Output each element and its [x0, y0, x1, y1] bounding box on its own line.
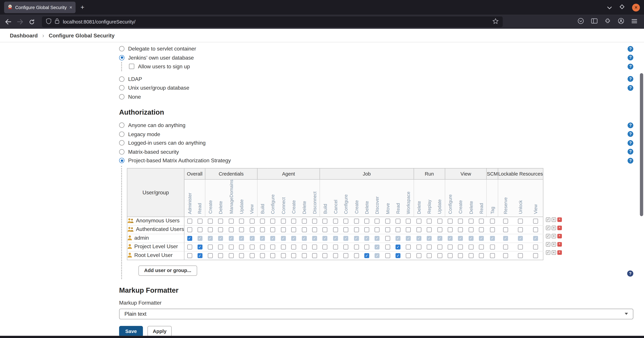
permission-checkbox[interactable] [322, 227, 327, 232]
help-icon[interactable]: ? [628, 55, 633, 60]
permission-checkbox[interactable] [250, 218, 254, 223]
radio-unselected-icon[interactable] [119, 131, 124, 137]
row-uncheck-all-icon[interactable]: × [552, 234, 556, 238]
permission-checkbox-implied[interactable]: ✓ [533, 236, 538, 240]
permission-checkbox-implied[interactable]: ✓ [291, 236, 296, 240]
permission-checkbox[interactable] [270, 227, 275, 232]
permission-checkbox[interactable] [291, 244, 296, 249]
permission-checkbox[interactable] [458, 218, 463, 223]
help-icon[interactable]: ? [628, 46, 633, 52]
permission-checkbox[interactable] [333, 218, 338, 223]
permission-checkbox[interactable] [385, 218, 390, 223]
authorization-option[interactable]: Logged-in users can do anything? [119, 138, 633, 147]
permission-checkbox[interactable] [468, 244, 474, 249]
permission-checkbox[interactable] [416, 253, 421, 258]
permission-checkbox-implied[interactable]: ✓ [375, 253, 380, 258]
permission-checkbox-checked[interactable]: ✓ [198, 244, 202, 249]
row-uncheck-all-icon[interactable]: × [552, 242, 556, 246]
permission-checkbox[interactable] [281, 227, 286, 232]
permission-checkbox[interactable] [458, 227, 463, 232]
permission-checkbox[interactable] [406, 218, 411, 223]
row-check-all-icon[interactable]: ✓ [546, 225, 550, 230]
permission-checkbox[interactable] [385, 227, 390, 232]
radio-unselected-icon[interactable] [119, 140, 124, 146]
permission-checkbox[interactable] [229, 218, 234, 223]
authorization-option[interactable]: Anyone can do anything? [119, 121, 633, 130]
permission-checkbox[interactable] [385, 253, 390, 258]
permission-checkbox[interactable] [281, 244, 286, 249]
authorization-option[interactable]: Matrix-based security? [119, 147, 633, 156]
permission-checkbox[interactable] [437, 227, 442, 232]
permission-checkbox[interactable] [218, 218, 223, 223]
permission-checkbox[interactable] [448, 227, 452, 232]
permission-checkbox[interactable] [281, 218, 286, 223]
permission-checkbox-implied[interactable]: ✓ [354, 236, 359, 240]
permission-checkbox[interactable] [458, 244, 463, 249]
permission-checkbox[interactable] [503, 227, 508, 232]
permission-checkbox[interactable] [427, 218, 432, 223]
permission-checkbox[interactable] [344, 244, 348, 249]
permission-checkbox[interactable] [291, 227, 296, 232]
permission-checkbox[interactable] [364, 244, 369, 249]
permission-checkbox-implied[interactable]: ✓ [396, 236, 400, 240]
maximize-icon[interactable] [619, 4, 625, 11]
permission-checkbox[interactable] [218, 227, 223, 232]
back-icon[interactable] [5, 19, 12, 25]
permission-checkbox-implied[interactable]: ✓ [427, 236, 432, 240]
permission-checkbox[interactable] [354, 244, 359, 249]
permission-checkbox[interactable] [229, 253, 234, 258]
permission-checkbox[interactable] [344, 253, 348, 258]
permission-checkbox[interactable] [322, 218, 327, 223]
permission-checkbox[interactable] [375, 227, 380, 232]
reload-icon[interactable] [29, 19, 35, 25]
permission-checkbox[interactable] [198, 227, 202, 232]
permission-checkbox[interactable] [458, 253, 463, 258]
permission-checkbox[interactable] [533, 253, 538, 258]
permission-checkbox[interactable] [218, 253, 223, 258]
url-text[interactable]: localhost:8081/configureSecurity/ [63, 19, 489, 25]
lock-icon[interactable] [55, 18, 60, 26]
permission-checkbox[interactable] [312, 244, 317, 249]
permission-checkbox[interactable] [364, 218, 369, 223]
permission-checkbox[interactable] [270, 244, 275, 249]
permission-checkbox-implied[interactable]: ✓ [375, 244, 380, 249]
permission-checkbox[interactable] [437, 218, 442, 223]
permission-checkbox-implied[interactable]: ✓ [322, 236, 327, 240]
row-uncheck-all-icon[interactable]: × [552, 217, 556, 222]
permission-checkbox-implied[interactable]: ✓ [239, 236, 244, 240]
permission-checkbox[interactable] [437, 244, 442, 249]
radio-unselected-icon[interactable] [119, 46, 124, 52]
scrollbar[interactable] [640, 73, 643, 216]
security-realm-option[interactable]: Allow users to sign up? [121, 62, 633, 71]
row-check-all-icon[interactable]: ✓ [546, 242, 550, 246]
help-icon[interactable]: ? [628, 149, 633, 155]
permission-checkbox-implied[interactable]: ✓ [281, 236, 286, 240]
permission-checkbox[interactable] [448, 253, 452, 258]
permission-checkbox[interactable] [250, 253, 254, 258]
permission-checkbox[interactable] [302, 253, 306, 258]
permission-checkbox[interactable] [208, 227, 213, 232]
permission-checkbox[interactable] [479, 227, 484, 232]
permission-checkbox[interactable] [533, 218, 538, 223]
permission-checkbox[interactable] [364, 227, 369, 232]
permission-checkbox-implied[interactable]: ✓ [302, 236, 306, 240]
permission-checkbox[interactable] [479, 253, 484, 258]
permission-checkbox[interactable] [312, 218, 317, 223]
radio-unselected-icon[interactable] [119, 123, 124, 128]
permission-checkbox-implied[interactable]: ✓ [437, 236, 442, 240]
row-delete-icon[interactable]: × [557, 242, 562, 246]
permission-checkbox[interactable] [333, 253, 338, 258]
permission-checkbox[interactable] [479, 244, 484, 249]
permission-checkbox[interactable] [302, 218, 306, 223]
permission-checkbox[interactable] [239, 244, 244, 249]
permission-checkbox-implied[interactable]: ✓ [229, 236, 234, 240]
permission-checkbox[interactable] [218, 244, 223, 249]
permission-checkbox-checked[interactable]: ✓ [364, 253, 369, 258]
permission-checkbox[interactable] [260, 253, 265, 258]
permission-checkbox[interactable] [396, 227, 400, 232]
permission-checkbox[interactable] [479, 218, 484, 223]
permission-checkbox[interactable] [187, 218, 192, 223]
window-close-button[interactable]: × [632, 4, 640, 12]
new-tab-button[interactable]: + [80, 4, 84, 11]
permission-checkbox-implied[interactable]: ✓ [364, 236, 369, 240]
